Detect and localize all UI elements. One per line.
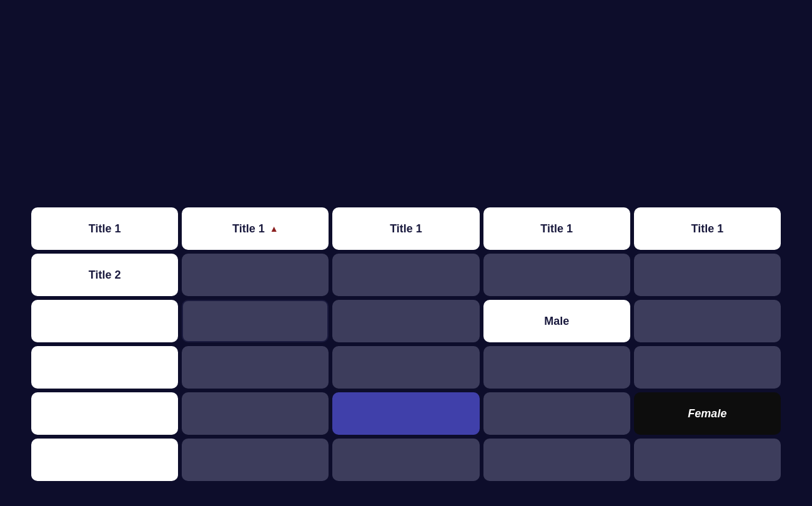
table-row[interactable]: [182, 346, 329, 389]
table-row[interactable]: [483, 346, 630, 389]
table-row[interactable]: [483, 439, 630, 481]
header-label-2: Title 1: [232, 222, 265, 236]
header-col-4[interactable]: Title 1: [483, 207, 630, 250]
cell-title2: Title 2: [89, 269, 121, 282]
header-label-5: Title 1: [691, 222, 724, 236]
table-row[interactable]: [332, 439, 479, 481]
table-grid: Title 1 Title 1 ▲ Title 1 Title 1 Title …: [31, 207, 781, 481]
table-row[interactable]: [31, 300, 178, 342]
header-label-4: Title 1: [540, 222, 573, 236]
table-row[interactable]: [31, 439, 178, 481]
table-row[interactable]: [483, 254, 630, 296]
table-row[interactable]: [332, 254, 479, 296]
table-row[interactable]: [634, 300, 781, 342]
header-col-5[interactable]: Title 1: [634, 207, 781, 250]
table-row[interactable]: [634, 439, 781, 481]
main-table: Title 1 Title 1 ▲ Title 1 Title 1 Title …: [31, 207, 781, 481]
table-row[interactable]: [31, 346, 178, 389]
table-row[interactable]: [182, 439, 329, 481]
table-row[interactable]: Female: [634, 392, 781, 435]
header-label-3: Title 1: [390, 222, 422, 236]
table-row[interactable]: [182, 254, 329, 296]
table-row[interactable]: [634, 346, 781, 389]
header-col-3[interactable]: Title 1: [332, 207, 479, 250]
header-col-1[interactable]: Title 1: [31, 207, 178, 250]
table-row[interactable]: Male: [483, 300, 630, 342]
table-row[interactable]: [634, 254, 781, 296]
table-row[interactable]: [182, 300, 329, 342]
table-row[interactable]: [332, 346, 479, 389]
table-row[interactable]: [31, 392, 178, 435]
header-label-1: Title 1: [89, 222, 121, 236]
cell-male: Male: [544, 315, 569, 328]
sort-ascending-icon: ▲: [270, 224, 279, 234]
table-row[interactable]: Title 2: [31, 254, 178, 296]
header-col-2[interactable]: Title 1 ▲: [182, 207, 329, 250]
table-row[interactable]: [332, 300, 479, 342]
table-row[interactable]: [483, 392, 630, 435]
table-row[interactable]: [332, 392, 479, 435]
cell-female: Female: [688, 407, 726, 420]
table-row[interactable]: [182, 392, 329, 435]
